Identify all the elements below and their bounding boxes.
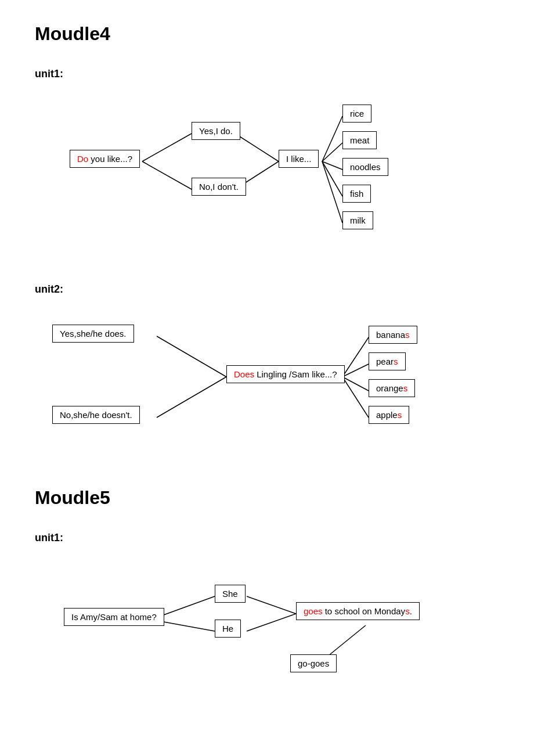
svg-line-11: [342, 337, 369, 377]
meat-box: meat: [342, 131, 377, 149]
no-she-he-doesnt-box: No,she/he doesn't.: [52, 406, 140, 424]
rice-text: rice: [350, 109, 364, 118]
moudle5-title: Moudle5: [35, 487, 499, 509]
moudle4-title: Moudle4: [35, 23, 499, 45]
svg-line-14: [342, 377, 369, 417]
meat-text: meat: [350, 135, 369, 145]
does-lingling-box: Does Lingling /Sam like...?: [226, 365, 345, 383]
go-goes-text: go-goes: [298, 658, 329, 668]
svg-line-0: [142, 134, 192, 161]
i-like-text: I like...: [286, 154, 311, 164]
do-red: Do: [77, 154, 88, 164]
goes-red: goes: [304, 606, 323, 616]
unit2-label: unit2:: [35, 283, 499, 296]
does-lingling-text: Lingling /Sam like...?: [254, 369, 337, 379]
i-like-box: I like...: [279, 150, 319, 168]
svg-line-5: [322, 143, 342, 161]
svg-line-6: [322, 161, 342, 170]
unit1-lines: [35, 92, 499, 254]
do-you-like-text: you like...?: [88, 154, 132, 164]
unit1-diagram: Do you like...? Yes,I do. No,I don't. I …: [35, 92, 499, 254]
period: .: [410, 606, 412, 616]
milk-box: milk: [342, 211, 373, 229]
svg-line-1: [142, 161, 192, 189]
mondays-s-red: s: [405, 606, 410, 616]
bananas-text: bananas: [376, 330, 410, 340]
moudle4-section: Moudle4 unit1:: [35, 23, 499, 458]
pears-s-red: s: [394, 357, 398, 366]
moudle5-section: Moudle5 unit1: Is Amy/Sam at home?: [35, 487, 499, 707]
pears-text: pears: [376, 357, 398, 366]
goes-to-school-box: goes to school on Mondays.: [296, 602, 420, 620]
he-text: He: [222, 624, 233, 633]
go-goes-box: go-goes: [290, 654, 337, 672]
she-box: She: [215, 585, 246, 603]
svg-line-12: [342, 364, 369, 377]
unit2-diagram: Yes,she/he does. No,she/he doesn't. Does…: [35, 307, 499, 458]
moudle4-unit2: unit2: Yes,she/he does.: [35, 283, 499, 458]
moudle5-unit1-diagram: Is Amy/Sam at home? She He goes to schoo…: [35, 556, 499, 707]
svg-line-10: [157, 377, 226, 417]
svg-line-7: [322, 161, 342, 196]
svg-line-13: [342, 377, 369, 391]
rice-box: rice: [342, 105, 371, 123]
bananas-box: bananas: [369, 326, 417, 344]
svg-line-8: [322, 161, 342, 223]
noodles-box: noodles: [342, 158, 388, 176]
moudle4-unit1: unit1:: [35, 68, 499, 254]
unit1-label: unit1:: [35, 68, 499, 80]
apples-text: apples: [376, 410, 402, 420]
svg-line-4: [322, 116, 342, 161]
do-you-like-box: Do you like...?: [70, 150, 140, 168]
moudle5-unit1: unit1: Is Amy/Sam at home? She: [35, 532, 499, 707]
milk-text: milk: [350, 215, 366, 225]
pears-box: pears: [369, 352, 406, 370]
oranges-text: oranges: [376, 383, 407, 393]
yes-she-he-does-box: Yes,she/he does.: [52, 325, 134, 343]
fish-box: fish: [342, 185, 371, 203]
yes-i-do-box: Yes,I do.: [192, 122, 240, 140]
yes-i-do-text: Yes,I do.: [199, 126, 233, 136]
svg-line-2: [235, 134, 279, 161]
oranges-box: oranges: [369, 379, 415, 397]
fish-text: fish: [350, 189, 363, 199]
svg-line-17: [247, 596, 296, 614]
no-i-dont-box: No,I don't.: [192, 178, 246, 196]
moudle5-unit1-lines: [35, 556, 499, 707]
no-she-he-doesnt-text: No,she/he doesn't.: [60, 410, 132, 420]
goes-to-school-text: to school on Monday: [323, 606, 406, 616]
is-amy-sam-text: Is Amy/Sam at home?: [71, 612, 157, 622]
svg-line-9: [157, 336, 226, 377]
does-red: Does: [234, 369, 254, 379]
she-text: She: [222, 589, 238, 599]
moudle5-unit1-label: unit1:: [35, 532, 499, 544]
bananas-s-red: s: [405, 330, 410, 340]
apples-s-red: s: [398, 410, 402, 420]
he-box: He: [215, 620, 241, 638]
noodles-text: noodles: [350, 162, 381, 172]
apples-box: apples: [369, 406, 409, 424]
is-amy-sam-box: Is Amy/Sam at home?: [64, 608, 164, 626]
yes-she-he-does-text: Yes,she/he does.: [60, 329, 127, 339]
no-i-dont-text: No,I don't.: [199, 182, 239, 192]
svg-line-18: [247, 614, 296, 631]
oranges-s-red: s: [403, 383, 408, 393]
